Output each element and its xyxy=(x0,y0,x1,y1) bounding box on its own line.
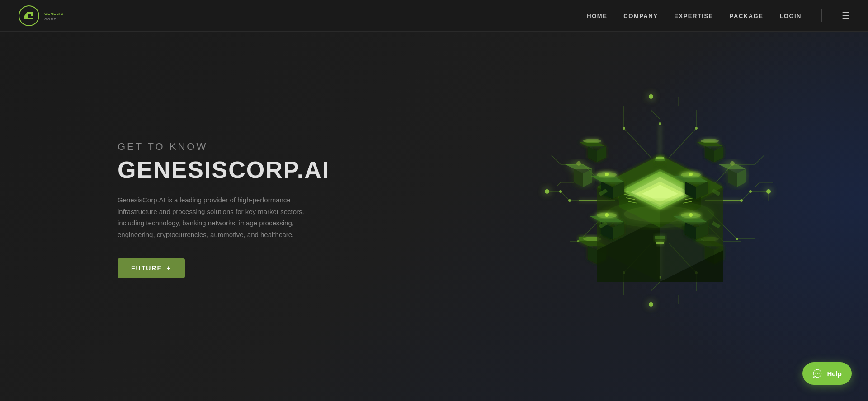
svg-line-26 xyxy=(669,128,696,158)
nav-login[interactable]: LOGIN xyxy=(779,13,802,19)
svg-line-31 xyxy=(651,282,660,291)
svg-point-128 xyxy=(689,173,693,176)
svg-point-84 xyxy=(701,139,719,143)
svg-rect-135 xyxy=(656,157,664,159)
svg-line-24 xyxy=(651,110,660,119)
svg-point-65 xyxy=(649,94,653,99)
svg-marker-82 xyxy=(705,146,714,162)
svg-point-140 xyxy=(730,161,735,166)
svg-marker-81 xyxy=(714,146,723,162)
hero-section: GET TO KNOW GENESISCORP.AI GenesisCorp.A… xyxy=(0,0,868,401)
nav-links: HOME COMPANY EXPERTISE PACKAGE LOGIN ☰ xyxy=(587,9,850,22)
logo[interactable]: GENESIS CORP xyxy=(18,5,85,27)
svg-marker-77 xyxy=(597,146,606,162)
svg-point-80 xyxy=(583,139,601,143)
svg-rect-134 xyxy=(655,236,665,239)
svg-point-52 xyxy=(559,190,562,193)
svg-marker-78 xyxy=(588,146,597,162)
svg-point-129 xyxy=(605,213,609,217)
chat-bubble-icon xyxy=(812,368,822,378)
chat-widget[interactable]: Help xyxy=(802,362,852,385)
svg-point-55 xyxy=(659,122,661,125)
svg-point-127 xyxy=(605,173,609,176)
svg-text:GENESIS: GENESIS xyxy=(44,12,64,16)
hero-description: GenesisCorp.AI is a leading provider of … xyxy=(118,194,307,240)
svg-point-145 xyxy=(816,373,816,374)
chat-label: Help xyxy=(827,370,842,378)
svg-point-53 xyxy=(740,199,743,202)
hero-title: GENESISCORP.AI xyxy=(118,158,330,182)
nav-company[interactable]: COMPANY xyxy=(623,13,658,19)
svg-point-64 xyxy=(766,189,771,194)
svg-point-63 xyxy=(545,189,549,194)
svg-marker-137 xyxy=(737,169,746,187)
svg-line-43 xyxy=(755,182,760,187)
svg-line-20 xyxy=(755,155,764,164)
nav-expertise[interactable]: EXPERTISE xyxy=(674,13,713,19)
svg-point-60 xyxy=(695,127,698,130)
nav-package[interactable]: PACKAGE xyxy=(730,13,764,19)
svg-point-54 xyxy=(749,190,752,193)
nav-divider xyxy=(821,9,822,22)
svg-point-59 xyxy=(623,127,625,130)
svg-marker-142 xyxy=(574,169,583,187)
svg-line-41 xyxy=(556,182,561,187)
hero-content: GET TO KNOW GENESISCORP.AI GenesisCorp.A… xyxy=(118,141,330,278)
svg-line-28 xyxy=(624,128,651,158)
svg-line-10 xyxy=(552,155,561,164)
svg-point-51 xyxy=(568,199,571,202)
svg-point-147 xyxy=(819,373,820,374)
svg-line-4 xyxy=(561,191,570,200)
nav-home[interactable]: HOME xyxy=(587,13,607,19)
svg-point-0 xyxy=(19,6,39,26)
svg-text:CORP: CORP xyxy=(44,17,57,21)
svg-point-146 xyxy=(817,373,818,374)
svg-point-144 xyxy=(576,161,581,166)
future-button[interactable]: FUTURE + xyxy=(118,258,185,278)
svg-point-58 xyxy=(736,238,738,240)
svg-line-14 xyxy=(741,191,750,200)
svg-point-66 xyxy=(649,302,653,307)
svg-point-130 xyxy=(689,213,693,217)
arrow-icon: + xyxy=(167,265,171,272)
hero-subtitle: GET TO KNOW xyxy=(118,141,330,153)
svg-marker-138 xyxy=(728,169,737,187)
svg-marker-141 xyxy=(583,169,592,187)
navbar: GENESIS CORP HOME COMPANY EXPERTISE PACK… xyxy=(0,0,868,32)
chip-illustration xyxy=(533,74,787,327)
hamburger-icon[interactable]: ☰ xyxy=(842,11,850,21)
svg-rect-136 xyxy=(656,242,664,244)
svg-marker-68 xyxy=(588,246,597,264)
